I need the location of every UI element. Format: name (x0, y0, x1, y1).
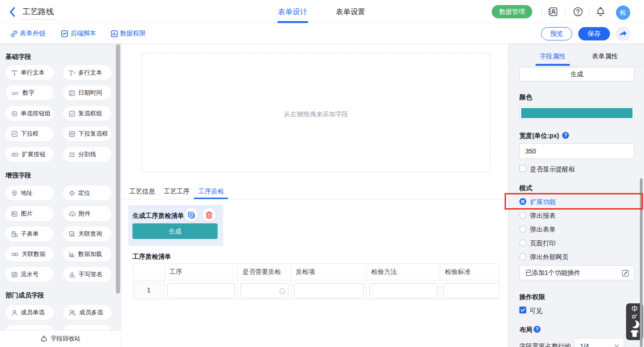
svg-text:123: 123 (12, 91, 18, 96)
